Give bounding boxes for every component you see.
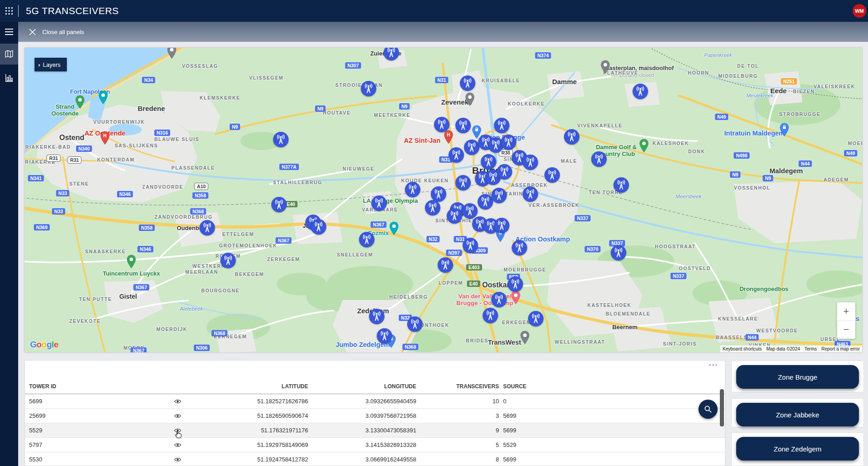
eye-icon — [174, 413, 181, 419]
layers-button[interactable]: › Layers — [35, 58, 67, 71]
tower-marker[interactable] — [361, 81, 376, 96]
tower-marker[interactable] — [377, 328, 392, 344]
tower-marker[interactable] — [614, 177, 629, 193]
zone-button-zone-zedelgem[interactable]: Zone Zedelgem — [736, 437, 859, 461]
green-pin-icon[interactable] — [126, 255, 136, 271]
sidebar-item-map[interactable] — [0, 44, 18, 65]
tower-marker[interactable] — [544, 167, 560, 183]
zone-card: Zone Zedelgem — [731, 432, 864, 466]
tower-marker[interactable] — [431, 186, 446, 202]
menu-button[interactable] — [0, 22, 18, 42]
tower-marker[interactable] — [273, 132, 289, 147]
table-row[interactable]: 579751.19297581490693.141538269133285552… — [25, 438, 725, 452]
zone-button-zone-brugge[interactable]: Zone Brugge — [736, 365, 859, 389]
tower-marker[interactable] — [523, 186, 538, 202]
cell-longitude: 3.09397568721958 — [308, 412, 416, 419]
tower-marker[interactable] — [523, 155, 538, 170]
tower-marker[interactable] — [384, 48, 399, 60]
view-tower-button[interactable] — [172, 452, 183, 466]
tower-marker[interactable] — [591, 151, 607, 167]
tower-marker[interactable] — [481, 154, 496, 170]
teal-pin-icon[interactable] — [98, 90, 108, 106]
green-pin-icon[interactable] — [639, 139, 649, 155]
table-body: 569951.18252716267863.093266559404591002… — [25, 394, 725, 466]
table-menu-button[interactable]: ··· — [709, 361, 718, 370]
teal-pin-icon[interactable] — [389, 221, 399, 237]
tower-marker[interactable] — [438, 257, 453, 273]
sidebar-item-charts[interactable] — [0, 67, 18, 88]
attribution-link[interactable]: Map data ©2024 — [764, 346, 802, 352]
zoom-out-button[interactable]: − — [837, 321, 855, 339]
view-tower-button[interactable] — [172, 423, 183, 437]
attribution-link[interactable]: Keyboard shortcuts — [720, 346, 764, 352]
tower-marker[interactable] — [508, 276, 523, 292]
google-logo[interactable]: Google — [30, 340, 58, 350]
tower-marker[interactable] — [369, 309, 384, 324]
table-row[interactable]: 2569951.18265905906743.09397568721958356… — [25, 409, 725, 423]
tower-marker[interactable] — [434, 117, 449, 132]
table-row[interactable]: 552951.1763219711763.1330047305839195699 — [25, 423, 725, 438]
zone-button-zone-jabbeke[interactable]: Zone Jabbeke — [736, 403, 859, 426]
google-logo-letter: e — [54, 340, 58, 349]
hotel-pin-icon[interactable] — [511, 291, 521, 306]
tower-marker[interactable] — [494, 218, 509, 233]
tower-marker[interactable] — [463, 238, 478, 253]
tower-marker[interactable] — [460, 75, 475, 91]
tower-marker[interactable] — [491, 188, 507, 203]
tower-marker[interactable] — [371, 195, 387, 211]
tower-marker[interactable] — [455, 118, 471, 133]
tower-marker[interactable] — [449, 147, 464, 163]
green-pin-icon[interactable] — [75, 95, 85, 111]
view-tower-button[interactable] — [172, 394, 183, 408]
bag-pin-icon[interactable] — [779, 123, 789, 139]
tower-marker[interactable] — [447, 208, 462, 224]
tower-marker[interactable] — [271, 197, 287, 212]
tower-marker[interactable] — [633, 84, 648, 99]
tower-marker[interactable] — [564, 129, 579, 145]
attribution-link[interactable]: Terms — [802, 346, 819, 352]
tower-marker[interactable] — [405, 182, 420, 197]
search-button[interactable] — [698, 400, 718, 419]
cell-latitude: 51.1929758149069 — [183, 441, 308, 448]
tower-marker[interactable] — [220, 253, 236, 268]
tower-marker[interactable] — [611, 245, 626, 261]
view-tower-button[interactable] — [172, 438, 183, 452]
view-tower-button[interactable] — [172, 409, 183, 423]
table-row[interactable]: 569951.18252716267863.09326655940459100 — [25, 394, 725, 409]
close-all-panels-button[interactable]: Close all panels — [29, 29, 84, 35]
app-launcher-button[interactable] — [0, 0, 18, 22]
column-header: SOURCE — [499, 383, 725, 390]
tower-marker[interactable] — [483, 308, 498, 323]
gray-pin-icon[interactable] — [520, 331, 530, 346]
map-zoom-control: + − — [837, 302, 855, 339]
gray-pin-icon[interactable] — [465, 92, 475, 108]
tower-marker[interactable] — [528, 311, 544, 326]
user-avatar[interactable]: WM — [853, 4, 866, 18]
layers-label: Layers — [43, 61, 60, 68]
tower-marker[interactable] — [512, 240, 527, 256]
tower-marker[interactable] — [464, 140, 479, 155]
hospital-pin-icon[interactable]: H — [100, 131, 110, 147]
zoom-in-button[interactable]: + — [837, 302, 855, 321]
tower-marker[interactable] — [501, 135, 516, 150]
tower-marker[interactable] — [462, 203, 478, 219]
tower-marker[interactable] — [455, 175, 471, 190]
tower-marker[interactable] — [200, 220, 215, 236]
eye-icon — [174, 457, 181, 462]
tower-marker[interactable] — [491, 292, 507, 307]
attribution-link[interactable]: Report a map error — [819, 346, 862, 352]
tower-marker[interactable] — [425, 200, 440, 215]
tower-marker[interactable] — [407, 316, 423, 332]
hospital-pin-icon[interactable]: H — [444, 130, 454, 146]
map-attribution: Keyboard shortcutsMap data ©2024TermsRep… — [720, 346, 862, 352]
table-row[interactable]: 553051.19247584127823.066991624495588569… — [25, 452, 725, 466]
tower-marker[interactable] — [359, 232, 374, 247]
table-scrollbar[interactable] — [720, 389, 724, 426]
map-panel[interactable]: OstendBredeneZuienkerkeZevenekeDammeEede… — [25, 48, 862, 352]
gray-pin-icon[interactable] — [600, 60, 610, 76]
tower-marker[interactable] — [478, 194, 493, 210]
tower-marker[interactable] — [494, 118, 509, 133]
tower-marker[interactable] — [497, 164, 512, 180]
gray-pin-icon[interactable] — [167, 48, 177, 61]
tower-marker[interactable] — [311, 219, 326, 235]
